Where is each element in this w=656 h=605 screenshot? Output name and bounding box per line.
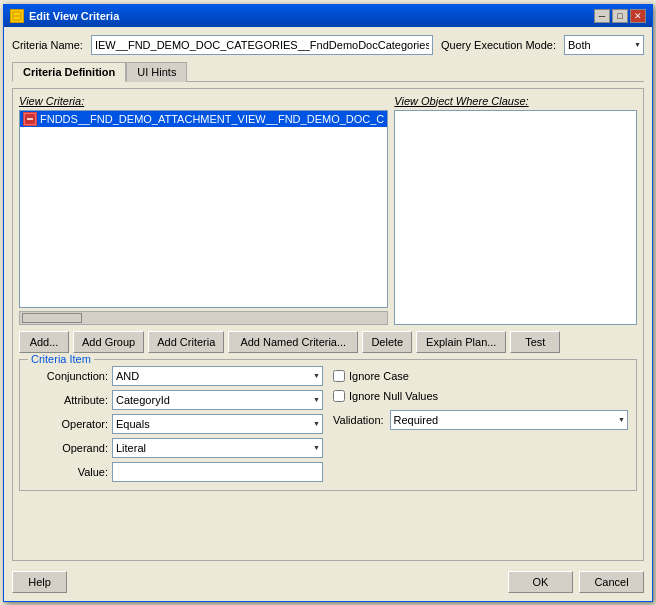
top-row: Criteria Name: Query Execution Mode: Bot… [12, 35, 644, 55]
add-criteria-button[interactable]: Add Criteria [148, 331, 224, 353]
criteria-item-group: Criteria Item Conjunction: AND OR [19, 359, 637, 491]
tab-criteria-definition[interactable]: Criteria Definition [12, 62, 126, 82]
ignore-null-row: Ignore Null Values [333, 390, 628, 402]
maximize-button[interactable]: □ [612, 9, 628, 23]
query-exec-select[interactable]: Both Database In-Memory [564, 35, 644, 55]
criteria-name-label: Criteria Name: [12, 39, 83, 51]
query-exec-select-wrapper: Both Database In-Memory [564, 35, 644, 55]
operator-select-wrapper: Equals Not Equals Less Than Greater Than [112, 414, 323, 434]
operand-select[interactable]: Literal Bind Variable Expression [112, 438, 323, 458]
where-clause-label: View Object Where Clause: [394, 95, 637, 107]
test-button[interactable]: Test [510, 331, 560, 353]
criteria-item-label: Criteria Item [28, 353, 94, 365]
edit-view-criteria-window: Edit View Criteria ─ □ ✕ Criteria Name: … [3, 4, 653, 602]
window-controls: ─ □ ✕ [594, 9, 646, 23]
window-icon [10, 9, 24, 23]
close-button[interactable]: ✕ [630, 9, 646, 23]
ignore-null-label: Ignore Null Values [349, 390, 438, 402]
explain-plan-button[interactable]: Explain Plan... [416, 331, 506, 353]
action-buttons: Add... Add Group Add Criteria Add Named … [19, 331, 637, 353]
conjunction-select-wrapper: AND OR [112, 366, 323, 386]
ok-button[interactable]: OK [508, 571, 573, 593]
attribute-select[interactable]: CategoryId [112, 390, 323, 410]
add-named-criteria-button[interactable]: Add Named Criteria... [228, 331, 358, 353]
horizontal-scrollbar[interactable] [19, 311, 388, 325]
conjunction-select[interactable]: AND OR [112, 366, 323, 386]
title-bar: Edit View Criteria ─ □ ✕ [4, 5, 652, 27]
minimize-button[interactable]: ─ [594, 9, 610, 23]
view-criteria-label: View Criteria: [19, 95, 388, 107]
add-button[interactable]: Add... [19, 331, 69, 353]
value-input[interactable] [112, 462, 323, 482]
list-item-icon [23, 112, 37, 126]
view-criteria-list[interactable]: FNDDS__FND_DEMO_ATTACHMENT_VIEW__FND_DEM… [19, 110, 388, 308]
value-label: Value: [28, 466, 108, 478]
validation-select-wrapper: Required Optional [390, 410, 628, 430]
attribute-select-wrapper: CategoryId [112, 390, 323, 410]
list-item[interactable]: FNDDS__FND_DEMO_ATTACHMENT_VIEW__FND_DEM… [20, 111, 387, 127]
validation-select[interactable]: Required Optional [390, 410, 628, 430]
ignore-case-row: Ignore Case [333, 370, 628, 382]
delete-button[interactable]: Delete [362, 331, 412, 353]
query-exec-label: Query Execution Mode: [441, 39, 556, 51]
where-clause-section: View Object Where Clause: [394, 95, 637, 325]
scrollbar-thumb[interactable] [22, 313, 82, 323]
ignore-case-checkbox[interactable] [333, 370, 345, 382]
criteria-panels: View Criteria: FNDDS__FND_DEMO_ATTACHMEN… [19, 95, 637, 325]
bottom-right-buttons: OK Cancel [508, 571, 644, 593]
validation-row: Validation: Required Optional [333, 410, 628, 430]
operand-label: Operand: [28, 442, 108, 454]
window-title: Edit View Criteria [29, 10, 119, 22]
tab-panel: View Criteria: FNDDS__FND_DEMO_ATTACHMEN… [12, 88, 644, 561]
validation-label: Validation: [333, 414, 384, 426]
operator-label: Operator: [28, 418, 108, 430]
criteria-name-input[interactable] [91, 35, 433, 55]
conjunction-label: Conjunction: [28, 370, 108, 382]
attribute-label: Attribute: [28, 394, 108, 406]
cancel-button[interactable]: Cancel [579, 571, 644, 593]
ignore-null-checkbox[interactable] [333, 390, 345, 402]
operand-select-wrapper: Literal Bind Variable Expression [112, 438, 323, 458]
tabs: Criteria Definition UI Hints [12, 61, 644, 82]
ignore-case-label: Ignore Case [349, 370, 409, 382]
bottom-row: Help OK Cancel [12, 567, 644, 593]
help-button[interactable]: Help [12, 571, 67, 593]
tab-ui-hints[interactable]: UI Hints [126, 62, 187, 82]
add-group-button[interactable]: Add Group [73, 331, 144, 353]
where-clause-box[interactable] [394, 110, 637, 325]
view-criteria-section: View Criteria: FNDDS__FND_DEMO_ATTACHMEN… [19, 95, 388, 325]
list-item-label: FNDDS__FND_DEMO_ATTACHMENT_VIEW__FND_DEM… [40, 113, 384, 125]
operator-select[interactable]: Equals Not Equals Less Than Greater Than [112, 414, 323, 434]
